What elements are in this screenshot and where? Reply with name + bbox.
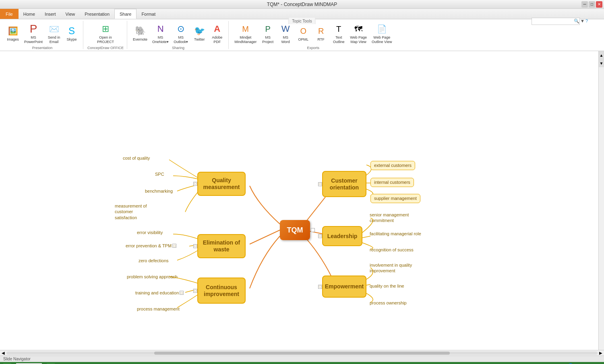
process-management-node: process management bbox=[137, 306, 180, 311]
text-outline-icon: T bbox=[332, 23, 345, 35]
ms-project-button[interactable]: P MSProject bbox=[260, 22, 276, 45]
cost-quality-node: cost of quality bbox=[123, 156, 150, 160]
adobe-pdf-button[interactable]: A AdobePDF bbox=[209, 22, 225, 45]
rtf-button[interactable]: R RTF bbox=[313, 24, 329, 43]
scrollbar-thumb[interactable] bbox=[154, 352, 450, 355]
email-icon: ✉️ bbox=[48, 23, 60, 35]
help-icon[interactable]: ? bbox=[585, 19, 588, 24]
customer-collapse[interactable]: □ bbox=[318, 182, 322, 186]
elimination-collapse[interactable]: □ bbox=[193, 244, 197, 248]
search-icon[interactable]: 🔍 bbox=[574, 19, 579, 24]
quality-line-node: quality on the line bbox=[370, 284, 404, 288]
ribbon-group-presentation: 🖼️ Images P MSPowerPoint ✉️ Send inEmail… bbox=[2, 21, 83, 49]
empowerment-node[interactable]: Empowerment □ bbox=[322, 276, 366, 298]
skype-icon: S bbox=[65, 25, 78, 37]
minimize-button[interactable]: ─ bbox=[581, 1, 588, 8]
text-outline-button[interactable]: T TextOutline bbox=[331, 22, 347, 45]
center-label: TQM bbox=[287, 226, 303, 234]
images-icon: 🖼️ bbox=[6, 25, 19, 37]
error-visibility-node: error visibility bbox=[137, 230, 163, 235]
web-outline-button[interactable]: 📄 Web PageOutline View bbox=[370, 22, 393, 45]
error-prevention-collapse[interactable]: □ bbox=[172, 244, 176, 248]
twitter-button[interactable]: 🐦 Twitter bbox=[191, 24, 207, 43]
ms-project-icon: P bbox=[261, 23, 274, 35]
slide-navigator-bar: Slide Navigator bbox=[0, 356, 604, 362]
evernote-button[interactable]: 🐘 Evernote bbox=[131, 24, 149, 43]
sharing-items: 🐘 Evernote N MSOneNote▾ ⊙ MSOutlook▾ 🐦 T… bbox=[131, 22, 225, 45]
tab-file[interactable]: File bbox=[0, 9, 19, 19]
web-map-button[interactable]: 🗺 Web PageMap View bbox=[348, 22, 368, 45]
outlook-button[interactable]: ⊙ MSOutlook▾ bbox=[172, 22, 190, 45]
ribbon-group-office: ⊞ Open inPROJECT ConceptDraw OFFICE bbox=[84, 21, 127, 49]
benchmarking-node: benchmarking bbox=[145, 189, 173, 193]
opml-button[interactable]: O OPML bbox=[295, 24, 311, 43]
quality-measurement-node[interactable]: Qualitymeasurement □ bbox=[197, 172, 246, 196]
web-map-icon: 🗺 bbox=[352, 23, 365, 35]
status-bar: ◀ Page-1 (1/1) ▶ Modified Ready ⊞ ⊟ ▶ ⚙ … bbox=[0, 362, 604, 364]
ms-powerpoint-button[interactable]: P MSPowerPoint bbox=[23, 22, 44, 45]
maximize-button[interactable]: □ bbox=[589, 1, 595, 8]
outlook-icon: ⊙ bbox=[174, 23, 187, 35]
close-button[interactable]: ✕ bbox=[596, 1, 602, 8]
tab-insert[interactable]: Insert bbox=[40, 9, 61, 19]
ribbon-group-exports: M MindjetMindManager P MSProject W MSWor… bbox=[230, 21, 397, 49]
training-education-node: training and education □ bbox=[135, 290, 179, 295]
leadership-collapse[interactable]: □ bbox=[318, 234, 322, 238]
horizontal-scrollbar[interactable]: ◀ ▶ bbox=[0, 350, 604, 356]
supplier-management-node[interactable]: supplier management bbox=[370, 194, 420, 203]
vertical-scrollbar[interactable]: ▲ ▼ bbox=[598, 51, 604, 350]
skype-button[interactable]: S Skype bbox=[64, 24, 80, 43]
office-label: ConceptDraw OFFICE bbox=[87, 45, 124, 50]
search-input[interactable] bbox=[532, 18, 580, 25]
opml-icon: O bbox=[297, 25, 310, 37]
continuous-collapse[interactable]: □ bbox=[193, 289, 197, 293]
mindjet-button[interactable]: M MindjetMindManager bbox=[233, 22, 258, 45]
mindmap-lines bbox=[0, 51, 604, 350]
center-node[interactable]: TQM □ bbox=[280, 220, 310, 240]
scroll-right-btn[interactable]: ▶ bbox=[599, 351, 602, 355]
tab-home[interactable]: Home bbox=[19, 9, 40, 19]
send-email-button[interactable]: ✉️ Send inEmail bbox=[46, 22, 62, 45]
presentation-label: Presentation bbox=[32, 45, 53, 50]
powerpoint-icon: P bbox=[27, 23, 40, 35]
scroll-left-btn[interactable]: ◀ bbox=[2, 351, 5, 355]
ribbon: File Home Insert View Presentation Share… bbox=[0, 9, 604, 51]
rtf-icon: R bbox=[314, 25, 327, 37]
project-icon: ⊞ bbox=[99, 23, 112, 35]
main-area: ▲ ▼ bbox=[0, 51, 604, 350]
tab-presentation[interactable]: Presentation bbox=[80, 9, 114, 19]
title-bar: TQM* - ConceptDraw MINDMAP ─ □ ✕ bbox=[0, 0, 604, 9]
internal-customers-node[interactable]: internal customers bbox=[370, 178, 414, 187]
onenote-button[interactable]: N MSOneNote▾ bbox=[151, 22, 170, 45]
leadership-node[interactable]: Leadership □ bbox=[322, 226, 362, 246]
ms-word-button[interactable]: W MSWord bbox=[277, 22, 294, 45]
continuous-improvement-node[interactable]: Continuousimprovement □ bbox=[197, 278, 246, 304]
window-title: TQM* - ConceptDraw MINDMAP bbox=[267, 2, 337, 7]
customer-orientation-node[interactable]: Customerorientation □ bbox=[322, 171, 366, 197]
images-button[interactable]: 🖼️ Images bbox=[5, 24, 21, 43]
sharing-label: Sharing bbox=[172, 45, 184, 50]
office-items: ⊞ Open inPROJECT bbox=[95, 22, 116, 45]
exports-label: Exports bbox=[307, 45, 320, 50]
empowerment-collapse[interactable]: □ bbox=[318, 285, 322, 289]
quality-measurement-collapse[interactable]: □ bbox=[193, 182, 197, 186]
open-project-button[interactable]: ⊞ Open inPROJECT bbox=[95, 22, 116, 45]
adobe-icon: A bbox=[211, 23, 223, 35]
zero-defections-node: zero defections bbox=[139, 258, 169, 263]
slide-navigator-label: Slide Navigator bbox=[3, 357, 31, 361]
tab-share[interactable]: Share bbox=[114, 9, 137, 19]
filter-icon[interactable]: ▼ bbox=[580, 19, 585, 24]
tab-view[interactable]: View bbox=[61, 9, 80, 19]
measurement-satisfaction-node: measurement of customersatisfaction bbox=[115, 203, 159, 220]
elimination-waste-node[interactable]: Elimination ofwaste □ bbox=[197, 234, 246, 258]
center-collapse-btn[interactable]: □ bbox=[311, 228, 315, 232]
window-controls: ─ □ ✕ bbox=[581, 1, 602, 8]
mindjet-icon: M bbox=[239, 23, 252, 35]
tab-format[interactable]: Format bbox=[137, 9, 160, 19]
evernote-icon: 🐘 bbox=[134, 25, 147, 37]
ribbon-group-sharing: 🐘 Evernote N MSOneNote▾ ⊙ MSOutlook▾ 🐦 T… bbox=[128, 21, 229, 49]
training-collapse[interactable]: □ bbox=[180, 291, 184, 295]
facilitating-role-node: facilitating managerial role bbox=[370, 231, 421, 236]
error-prevention-node: error prevention & TPM □ bbox=[126, 243, 172, 248]
external-customers-node[interactable]: external customers bbox=[370, 161, 415, 170]
